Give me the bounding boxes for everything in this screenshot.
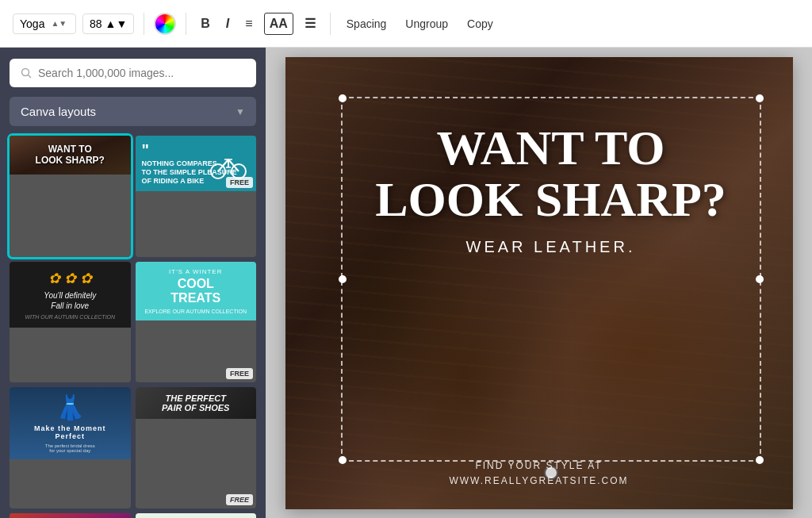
search-icon bbox=[21, 67, 32, 79]
font-size-selector[interactable]: 88 ▲▼ bbox=[82, 13, 134, 34]
templates-grid: WANT TOLOOK SHARP? " NOTHING COMPARESTO … bbox=[10, 136, 256, 518]
list-button[interactable]: ☰ bbox=[300, 13, 320, 34]
canvas-subheadline[interactable]: WEAR LEATHER. bbox=[466, 238, 636, 256]
handle-middle-right[interactable] bbox=[756, 275, 764, 283]
text-size-button[interactable]: AA bbox=[264, 13, 293, 35]
template-card-7[interactable]: Nothing compares tothe simple pleasure o… bbox=[10, 513, 131, 519]
template-card-5[interactable]: 👗 Make the MomentPerfect The perfect bri… bbox=[10, 387, 131, 508]
template-card-3[interactable]: ✿ ✿ ✿ You'll definitelyFall in love WITH… bbox=[10, 262, 131, 383]
template-4-free-badge: FREE bbox=[226, 368, 253, 379]
template-5-dress-icon: 👗 bbox=[56, 393, 85, 421]
template-5-label: Make the MomentPerfect bbox=[34, 424, 106, 440]
template-card-1[interactable]: WANT TOLOOK SHARP? bbox=[10, 136, 131, 257]
left-panel: Canva layouts ▼ WANT TOLOOK SHARP? " NOT… bbox=[0, 48, 266, 518]
template-4-pretext: IT'S A WINTER bbox=[169, 268, 222, 275]
bottom-line2: WWW.REALLYGREATSITE.COM bbox=[285, 474, 793, 489]
template-card-8[interactable]: 🧁🧁🧁 Just Say... IT'S A WINTERWONDERLAND … bbox=[136, 513, 257, 519]
svg-line-1 bbox=[29, 75, 32, 79]
canvas-container: WANT TO LOOK SHARP? WEAR LEATHER. FIND Y… bbox=[285, 57, 793, 509]
align-button[interactable]: ≡ bbox=[240, 13, 257, 34]
layout-chevron-icon: ▼ bbox=[236, 106, 245, 117]
template-3-sub: WITH OUR AUTUMN COLLECTION bbox=[25, 314, 115, 320]
svg-point-0 bbox=[22, 69, 29, 76]
search-input[interactable] bbox=[38, 67, 245, 79]
template-1-label: WANT TOLOOK SHARP? bbox=[36, 144, 105, 167]
template-4-label: COOLTREATS bbox=[170, 277, 220, 305]
canvas-area[interactable]: WANT TO LOOK SHARP? WEAR LEATHER. FIND Y… bbox=[266, 48, 812, 518]
template-2-free-badge: FREE bbox=[226, 177, 253, 188]
svg-line-5 bbox=[228, 159, 239, 171]
handle-top-right[interactable] bbox=[756, 94, 764, 102]
ungroup-button[interactable]: Ungroup bbox=[399, 14, 454, 33]
headline-line1: WANT TO bbox=[437, 121, 665, 175]
template-5-sub: The perfect bridal dressfor your special… bbox=[45, 443, 95, 453]
template-card-2[interactable]: " NOTHING COMPARESTO THE SIMPLE PLEASURE… bbox=[136, 136, 257, 257]
color-picker-button[interactable] bbox=[154, 13, 176, 35]
layout-dropdown[interactable]: Canva layouts ▼ bbox=[10, 97, 256, 126]
template-4-sub: EXPLORE OUR AUTUMN COLLECTION bbox=[144, 309, 247, 314]
divider-2 bbox=[186, 13, 186, 35]
font-name-label: Yoga bbox=[20, 17, 44, 30]
text-selection-box[interactable]: WANT TO LOOK SHARP? WEAR LEATHER. bbox=[341, 97, 761, 462]
bottom-line1: FIND YOUR STYLE AT bbox=[285, 459, 793, 474]
list-icon: ☰ bbox=[304, 16, 316, 31]
handle-top-left[interactable] bbox=[339, 94, 347, 102]
font-size-label: 88 bbox=[90, 17, 102, 30]
template-3-label: You'll definitelyFall in love bbox=[44, 290, 96, 311]
align-icon: ≡ bbox=[245, 17, 252, 31]
main-area: Canva layouts ▼ WANT TOLOOK SHARP? " NOT… bbox=[0, 48, 812, 518]
spacing-button[interactable]: Spacing bbox=[340, 14, 393, 33]
copy-button[interactable]: Copy bbox=[461, 14, 500, 33]
template-card-6[interactable]: THE PERFECTPAIR OF SHOES FREE bbox=[136, 387, 257, 508]
template-6-free-badge: FREE bbox=[226, 494, 253, 505]
template-6-label: THE PERFECTPAIR OF SHOES bbox=[162, 393, 229, 412]
template-card-4[interactable]: IT'S A WINTER COOLTREATS EXPLORE OUR AUT… bbox=[136, 262, 257, 383]
canvas-bottom-text[interactable]: FIND YOUR STYLE AT WWW.REALLYGREATSITE.C… bbox=[285, 459, 793, 489]
font-chevron-icon: ▲▼ bbox=[51, 19, 67, 28]
italic-button[interactable]: I bbox=[221, 13, 234, 34]
divider-3 bbox=[330, 13, 331, 35]
svg-line-4 bbox=[218, 159, 228, 171]
handle-middle-left[interactable] bbox=[339, 275, 347, 283]
headline-line2: LOOK SHARP? bbox=[375, 172, 726, 226]
size-chevron-icon: ▲▼ bbox=[105, 17, 128, 30]
font-family-selector[interactable]: Yoga ▲▼ bbox=[13, 13, 76, 34]
toolbar: Yoga ▲▼ 88 ▲▼ B I ≡ AA ☰ Spacing Ungroup… bbox=[0, 0, 812, 48]
bike-icon bbox=[209, 152, 248, 179]
search-container bbox=[10, 59, 256, 87]
canvas-headline[interactable]: WANT TO LOOK SHARP? bbox=[375, 122, 726, 225]
layout-label: Canva layouts bbox=[21, 105, 96, 118]
divider-1 bbox=[144, 13, 144, 35]
bold-button[interactable]: B bbox=[196, 13, 215, 34]
template-3-floral-icon: ✿ ✿ ✿ bbox=[48, 270, 92, 287]
